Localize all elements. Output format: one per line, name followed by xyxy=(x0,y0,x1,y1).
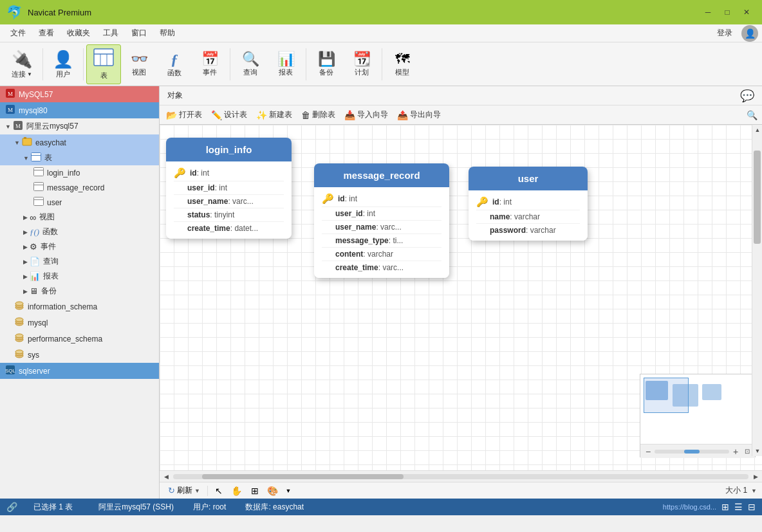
toolbar-separator-2 xyxy=(83,48,84,80)
color-tool-button[interactable]: 🎨 xyxy=(266,484,280,498)
sidebar-item-backups[interactable]: ▶ 🖥 备份 xyxy=(0,284,159,298)
maximize-button[interactable]: □ xyxy=(718,5,736,19)
function-label: 函数 xyxy=(167,68,181,78)
titlebar: 🐬 Navicat Premium ─ □ ✕ xyxy=(0,0,762,24)
login-info-card-body: 🔑 id : int user_id : int xyxy=(166,161,292,239)
login-button[interactable]: 登录 xyxy=(717,28,732,39)
sidebar-item-aliyun[interactable]: ▼ M 阿里云mysql57 xyxy=(0,118,159,134)
report-button[interactable]: 📊 报表 xyxy=(268,44,303,84)
field-row: password : varchar xyxy=(476,224,580,237)
zoom-slider[interactable] xyxy=(655,450,729,454)
minimize-button[interactable]: ─ xyxy=(699,5,717,19)
mysql57-icon: M xyxy=(5,88,15,100)
event-button[interactable]: 📅 事件 xyxy=(192,44,227,84)
sidebar-item-sqlserver[interactable]: SQL sqlserver xyxy=(0,363,159,379)
filter-tool-button[interactable]: ⊞ xyxy=(248,484,262,498)
queries-icon: 📄 xyxy=(30,257,40,266)
hand-tool-button[interactable]: ✋ xyxy=(230,484,244,498)
zoom-in-button[interactable]: + xyxy=(730,446,741,457)
export-wizard-button[interactable]: 📤 导出向导 xyxy=(393,108,445,122)
view-label: 视图 xyxy=(132,68,146,77)
object-header: 对象 💬 xyxy=(160,86,762,105)
sidebar-item-mysql80[interactable]: M mysql80 xyxy=(0,102,159,118)
scroll-up-button[interactable]: ▲ xyxy=(752,125,762,135)
field-row: 🔑 id : int xyxy=(174,165,284,181)
scroll-left-button[interactable]: ◀ xyxy=(161,472,171,481)
table-card-login-info[interactable]: login_info 🔑 id : int user_id : xyxy=(166,138,292,239)
design-table-button[interactable]: ✏️ 设计表 xyxy=(207,108,251,122)
sidebar-item-easychat[interactable]: ▼ easychat xyxy=(0,134,159,151)
key-icon: 🔑 xyxy=(476,196,488,208)
menu-window[interactable]: 窗口 xyxy=(125,26,153,41)
table-button[interactable]: 表 xyxy=(86,44,121,84)
backups-arrow: ▶ xyxy=(23,288,28,295)
schedule-button[interactable]: 📆 计划 xyxy=(344,44,379,84)
zoom-slider-thumb xyxy=(684,450,699,454)
open-table-button[interactable]: 📂 打开表 xyxy=(162,108,206,122)
sidebar-item-mysql-db[interactable]: mysql xyxy=(0,315,159,331)
status-selected: 已选择 1 表 xyxy=(33,502,73,513)
backup-button[interactable]: 💾 备份 xyxy=(309,44,344,84)
sidebar-item-login-info[interactable]: login_info xyxy=(0,165,159,180)
toolbar-separator-4 xyxy=(306,48,306,80)
menu-view[interactable]: 查看 xyxy=(32,26,60,41)
diagram-area-container: login_info 🔑 id : int user_id : xyxy=(160,125,762,482)
color-dropdown[interactable]: ▼ xyxy=(284,484,293,498)
table-card-user[interactable]: user 🔑 id : int name : varchar xyxy=(469,167,588,241)
sys-icon xyxy=(14,349,24,361)
function-button[interactable]: ƒ 函数 xyxy=(157,44,192,84)
sidebar-item-sys[interactable]: sys xyxy=(0,347,159,363)
model-button[interactable]: 🗺 模型 xyxy=(385,44,420,84)
user-button[interactable]: 👤 用户 xyxy=(46,44,80,84)
info-schema-label: information_schema xyxy=(28,302,97,311)
scroll-right-button[interactable]: ▶ xyxy=(750,472,761,481)
menu-tools[interactable]: 工具 xyxy=(97,26,125,41)
field-row: 🔑 id : int xyxy=(322,191,441,207)
cursor-tool-button[interactable]: ↖ xyxy=(212,484,226,498)
sidebar-item-information-schema[interactable]: information_schema xyxy=(0,298,159,315)
mysql-db-icon xyxy=(14,316,24,329)
sidebar-item-mysql57[interactable]: M MySQL57 xyxy=(0,86,159,102)
new-table-button[interactable]: ✨ 新建表 xyxy=(252,108,296,122)
message-record-card-header: message_record xyxy=(314,163,449,187)
key-icon: 🔑 xyxy=(322,193,334,205)
sidebar-item-views[interactable]: ▶ ∞ 视图 xyxy=(0,210,159,225)
diagram-canvas[interactable]: login_info 🔑 id : int user_id : xyxy=(160,125,762,470)
connect-button[interactable]: 🔌 连接▼ xyxy=(4,44,40,84)
zoom-out-button[interactable]: − xyxy=(643,446,653,457)
search-button[interactable]: 🔍 xyxy=(744,108,759,122)
sidebar-item-queries[interactable]: ▶ 📄 查询 xyxy=(0,254,159,269)
sidebar-item-user[interactable]: user xyxy=(0,195,159,210)
model-label: 模型 xyxy=(395,68,409,77)
close-button[interactable]: ✕ xyxy=(738,5,756,19)
fit-button[interactable]: ⊡ xyxy=(742,446,752,457)
login-info-icon xyxy=(33,167,44,178)
menu-help[interactable]: 帮助 xyxy=(153,26,181,41)
view-button[interactable]: 👓 视图 xyxy=(122,44,156,84)
import-wizard-button[interactable]: 📥 导入向导 xyxy=(340,108,392,122)
table-card-message-record[interactable]: message_record 🔑 id : int user_id xyxy=(314,163,449,278)
window-controls: ─ □ ✕ xyxy=(699,5,756,19)
sidebar-item-message-record[interactable]: message_record xyxy=(0,180,159,195)
sys-label: sys xyxy=(28,351,39,360)
size-dropdown[interactable]: ▼ xyxy=(751,488,757,494)
field-row: name : varchar xyxy=(476,210,580,224)
h-scroll-track[interactable] xyxy=(173,474,748,479)
sidebar-item-tables[interactable]: ▼ 表 xyxy=(0,151,159,165)
perf-schema-label: performance_schema xyxy=(28,335,102,344)
connect-icon: 🔌 xyxy=(12,50,32,69)
schedule-label: 计划 xyxy=(355,68,369,77)
sidebar-item-functions[interactable]: ▶ ƒ() 函数 xyxy=(0,225,159,239)
sidebar-item-events[interactable]: ▶ ⚙ 事件 xyxy=(0,239,159,254)
queries-arrow: ▶ xyxy=(23,259,28,265)
query-button[interactable]: 🔍 查询 xyxy=(233,44,268,84)
sidebar-item-performance-schema[interactable]: performance_schema xyxy=(0,331,159,347)
sidebar-item-reports[interactable]: ▶ 📊 报表 xyxy=(0,269,159,284)
menu-file[interactable]: 文件 xyxy=(4,26,32,41)
info-schema-icon xyxy=(14,300,24,313)
refresh-button[interactable]: ↻ 刷新 ▼ xyxy=(165,484,203,497)
scroll-down-button[interactable]: ▼ xyxy=(752,446,762,456)
menu-favorites[interactable]: 收藏夹 xyxy=(60,26,97,41)
v-scroll-track[interactable] xyxy=(752,135,762,446)
delete-table-button[interactable]: 🗑 删除表 xyxy=(297,108,339,122)
